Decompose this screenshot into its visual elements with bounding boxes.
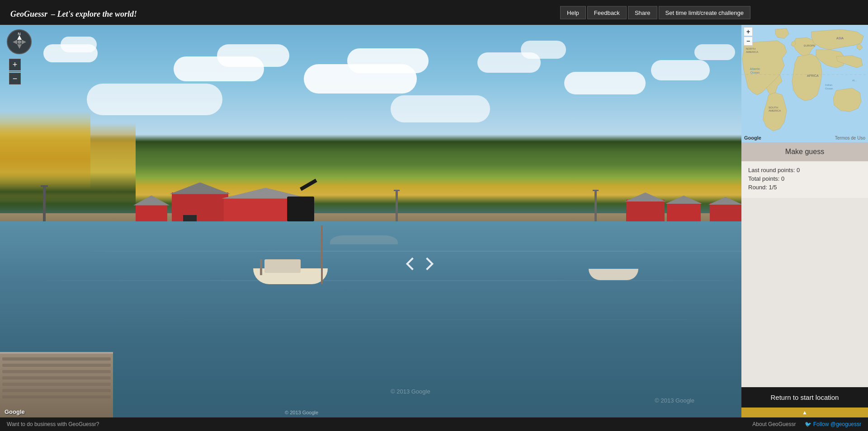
light-pole-1	[43, 185, 46, 221]
toggle-arrow-icon: ▲	[802, 409, 807, 416]
map-container[interactable]: Atlantic Ocean NORTH AMERICA SOUTH AMERI…	[741, 25, 868, 142]
boat-mast	[321, 225, 323, 284]
twitter-bird-icon: 🐦	[805, 421, 813, 427]
svg-text:Ocean: Ocean	[750, 71, 760, 74]
world-map: Atlantic Ocean NORTH AMERICA SOUTH AMERI…	[741, 25, 868, 142]
plank	[2, 383, 111, 386]
last-round-stat: Last round points: 0	[748, 167, 861, 173]
zoom-in-button[interactable]: +	[9, 59, 21, 70]
logo: GeoGuessr– Let's explore the world!	[7, 5, 137, 20]
cloud	[217, 44, 289, 67]
map-zoom-out[interactable]: −	[744, 37, 753, 46]
twitter-text: Follow @geoguessr	[813, 421, 861, 427]
boat-reflection	[330, 235, 398, 244]
ripple	[87, 251, 825, 252]
small-boat	[589, 264, 638, 280]
excavator	[287, 197, 314, 221]
svg-text:Al...: Al...	[852, 79, 857, 82]
zoom-out-button[interactable]: −	[9, 73, 21, 84]
about-link[interactable]: About GeoGuessr	[752, 421, 796, 427]
plank	[2, 376, 111, 379]
total-points-stat: Total points: 0	[748, 175, 861, 182]
round-stat: Round: 1/5	[748, 184, 861, 191]
svg-text:SOUTH: SOUTH	[769, 106, 778, 109]
map-termos: Termos de Uso	[835, 136, 865, 141]
plank	[2, 395, 111, 398]
challenge-button[interactable]: Set time limit/create challenge	[659, 6, 750, 19]
cloud	[564, 72, 646, 94]
return-to-start-button[interactable]: Return to start location	[741, 387, 868, 408]
map-zoom-in[interactable]: +	[744, 27, 753, 36]
pole-arm-3	[593, 190, 599, 191]
mast-small	[260, 259, 262, 275]
plank	[2, 357, 111, 361]
light-pole-2	[396, 190, 398, 221]
twitter-link[interactable]: 🐦 Follow @geoguessr	[805, 421, 861, 427]
compass-right-arrow	[22, 40, 26, 44]
zoom-controls: + −	[9, 59, 21, 84]
ripple	[43, 280, 738, 281]
main-boat	[253, 262, 328, 284]
total-points-label: Total points: 0	[748, 175, 784, 182]
boat-cabin	[264, 259, 301, 273]
share-button[interactable]: Share	[628, 6, 657, 19]
panel-toggle[interactable]: ▲	[741, 408, 868, 417]
help-button[interactable]: Help	[560, 6, 586, 19]
svg-text:ASIA: ASIA	[836, 37, 844, 40]
pole-arm	[41, 185, 48, 187]
dock	[0, 352, 113, 417]
svg-text:Ocean: Ocean	[825, 87, 833, 90]
footer-links: About GeoGuessr 🐦 Follow @geoguessr	[752, 421, 861, 427]
header: GeoGuessr– Let's explore the world! Help…	[0, 0, 868, 25]
header-buttons: Help Feedback Share Set time limit/creat…	[560, 6, 750, 19]
map-google-label: Google	[744, 135, 761, 141]
compass-arrows	[13, 35, 26, 49]
footer: Want to do business with GeoGuessr? Abou…	[0, 417, 868, 431]
cloud	[87, 84, 222, 115]
sv-copyright: © 2013 Google	[285, 410, 583, 415]
svg-text:NORTH: NORTH	[746, 47, 755, 50]
map-zoom-controls: + −	[744, 27, 753, 46]
streetview-google: Google	[5, 408, 25, 415]
ripple	[174, 319, 781, 320]
stats-area: Last round points: 0 Total points: 0 Rou…	[741, 161, 868, 198]
water	[0, 221, 868, 418]
zoom-divider	[9, 71, 21, 72]
last-round-label: Last round points: 0	[748, 167, 800, 173]
svg-text:EUROPE: EUROPE	[804, 44, 815, 47]
cloud	[61, 37, 97, 52]
cloud	[694, 44, 735, 60]
cloud	[651, 60, 710, 80]
svg-text:AMERICA: AMERICA	[746, 51, 758, 53]
trees-left2	[0, 111, 90, 190]
nav-forward-arrow[interactable]	[408, 259, 432, 268]
cloud	[521, 41, 566, 59]
svg-text:Indian: Indian	[825, 84, 832, 86]
svg-text:Atlantic: Atlantic	[750, 67, 760, 70]
streetview[interactable]: © 2013 Google © 2013 Google Google © 201…	[0, 25, 868, 417]
logo-sub: – Let's explore the world!	[51, 9, 137, 19]
compass-center	[18, 40, 21, 44]
plank	[2, 389, 111, 392]
feedback-button[interactable]: Feedback	[587, 6, 627, 19]
compass-down-arrow	[17, 44, 22, 49]
compass-left-arrow	[13, 40, 17, 44]
plank	[2, 370, 111, 373]
right-panel: Atlantic Ocean NORTH AMERICA SOUTH AMERI…	[741, 25, 868, 417]
compass-control[interactable]: N	[7, 29, 32, 54]
cloud	[391, 95, 490, 122]
small-hull	[589, 269, 638, 280]
footer-business-text: Want to do business with GeoGuessr?	[7, 421, 99, 427]
compass-up-arrow	[17, 35, 22, 40]
svg-text:AMERICA: AMERICA	[769, 109, 781, 112]
light-pole-3	[594, 190, 597, 221]
cloud	[347, 48, 429, 73]
pole-arm-2	[394, 190, 400, 191]
round-label: Round: 1/5	[748, 184, 777, 191]
logo-main: GeoGuessr	[10, 9, 47, 19]
plank	[2, 364, 111, 367]
make-guess-button[interactable]: Make guess	[741, 142, 868, 161]
svg-text:AFRICA: AFRICA	[807, 74, 819, 77]
